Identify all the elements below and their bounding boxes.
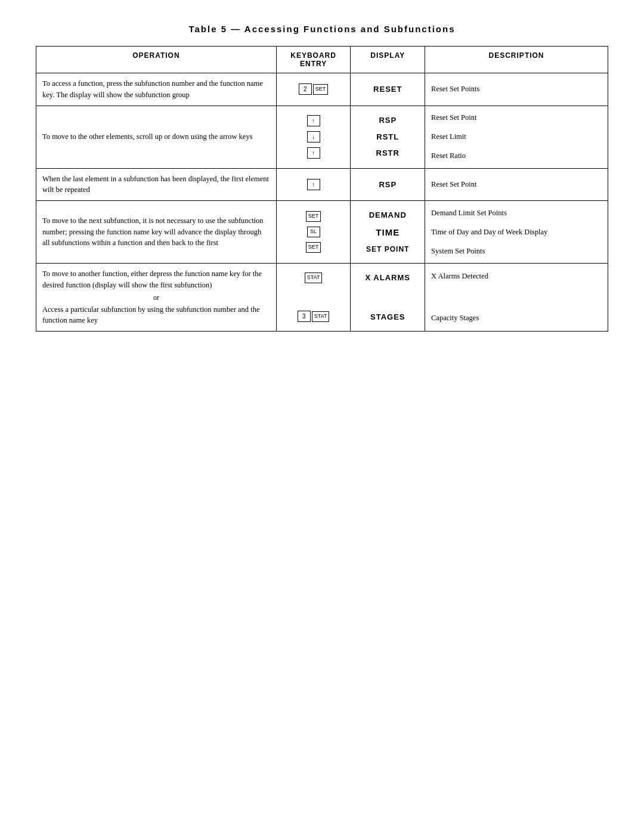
desc-stages: Capacity Stages: [431, 311, 602, 326]
key-group2: 3 STAT: [298, 311, 330, 322]
display-cell: DEMAND TIME SET POINT: [351, 201, 425, 264]
operation-a: To move to another function, either depr…: [42, 268, 270, 291]
stacked-keys3: STAT 3 STAT: [283, 272, 345, 322]
keyboard-cell: 2 SET: [276, 73, 351, 106]
key-set: SET: [313, 84, 329, 95]
display-cell: RSP: [351, 168, 425, 201]
desc-demand: Demand Limit Set Points: [431, 206, 602, 220]
stacked-display: RSP RSTL RSTR: [357, 114, 419, 159]
description-cell: Reset Set Points: [425, 73, 608, 106]
table-row: To move to the other elements, scroll up…: [36, 106, 608, 168]
display-rstl: RSTL: [376, 131, 399, 143]
key-up2: ↑: [307, 147, 320, 159]
operation-cell: To move to the other elements, scroll up…: [36, 106, 277, 168]
description-cell: X Alarms Detected Capacity Stages: [425, 264, 608, 332]
keyboard-cell: SET SL SET: [276, 201, 351, 264]
display-cell: X ALARMS STAGES: [351, 264, 425, 332]
key-stat: STAT: [305, 272, 323, 283]
operation-b: Access a particular subfunction by using…: [42, 304, 270, 327]
page-title: Table 5 — Accessing Functions and Subfun…: [36, 24, 608, 34]
stacked-desc: Reset Set Point Reset Limit Reset Ratio: [431, 111, 602, 163]
description-cell: Reset Set Point Reset Limit Reset Ratio: [425, 106, 608, 168]
keyboard-cell: ↑ ↓ ↑: [276, 106, 351, 168]
description-cell: Demand Limit Set Points Time of Day and …: [425, 201, 608, 264]
display-cell: RESET: [351, 73, 425, 106]
operation-cell: To move to the next subfunction, it is n…: [36, 201, 277, 264]
stacked-display3: X ALARMS STAGES: [357, 272, 419, 323]
display-demand: DEMAND: [369, 209, 407, 221]
description-cell: Reset Set Point: [425, 168, 608, 201]
key-set2: SET: [306, 211, 321, 222]
table-row: To move to another function, either depr…: [36, 264, 608, 332]
table-row: When the last element in a subfunction h…: [36, 168, 608, 201]
header-operation: OPERATION: [36, 47, 277, 73]
display-value: RESET: [373, 85, 402, 94]
key-up1: ↑: [307, 115, 320, 126]
desc-xalarms: X Alarms Detected: [431, 270, 602, 284]
desc-setpoint: System Set Points: [431, 244, 602, 258]
operation-cell: When the last element in a subfunction h…: [36, 168, 277, 201]
keyboard-cell: ↑: [276, 168, 351, 201]
key-2: 2: [299, 83, 312, 95]
display-rsp: RSP: [379, 114, 397, 126]
main-table: OPERATION KEYBOARDENTRY DISPLAY DESCRIPT…: [36, 46, 608, 332]
key-stat2: STAT: [312, 311, 330, 322]
key-3: 3: [298, 311, 311, 322]
operation-cell: To move to another function, either depr…: [36, 264, 277, 332]
or-text: or: [42, 291, 270, 304]
display-time: TIME: [376, 226, 400, 240]
stacked-keys: ↑ ↓ ↑: [283, 115, 345, 159]
key-down: ↓: [307, 131, 320, 143]
desc-rstl: Reset Limit: [431, 130, 602, 144]
operation-cell: To access a function, press the subfunct…: [36, 73, 277, 106]
header-display: DISPLAY: [351, 47, 425, 73]
desc-rstr: Reset Ratio: [431, 149, 602, 163]
display-setpoint: SET POINT: [366, 244, 409, 255]
display-cell: RSP RSTL RSTR: [351, 106, 425, 168]
header-description: DESCRIPTION: [425, 47, 608, 73]
keyboard-cell: STAT 3 STAT: [276, 264, 351, 332]
key-set3: SET: [306, 242, 321, 253]
display-stages: STAGES: [370, 311, 405, 323]
desc-rsp: Reset Set Point: [431, 111, 602, 125]
desc-time: Time of Day and Day of Week Display: [431, 225, 602, 239]
stacked-keys2: SET SL SET: [283, 211, 345, 253]
display-rsp2: RSP: [379, 180, 397, 189]
key-sl: SL: [307, 227, 320, 237]
display-xalarms: X ALARMS: [366, 272, 410, 284]
header-keyboard: KEYBOARDENTRY: [276, 47, 351, 73]
stacked-desc3: X Alarms Detected Capacity Stages: [431, 270, 602, 326]
table-row: To access a function, press the subfunct…: [36, 73, 608, 106]
display-rstr: RSTR: [376, 147, 400, 159]
key-group: 2 SET: [299, 83, 329, 95]
stacked-desc2: Demand Limit Set Points Time of Day and …: [431, 206, 602, 258]
key-up3: ↑: [307, 179, 320, 190]
table-row: To move to the next subfunction, it is n…: [36, 201, 608, 264]
stacked-display2: DEMAND TIME SET POINT: [357, 209, 419, 255]
